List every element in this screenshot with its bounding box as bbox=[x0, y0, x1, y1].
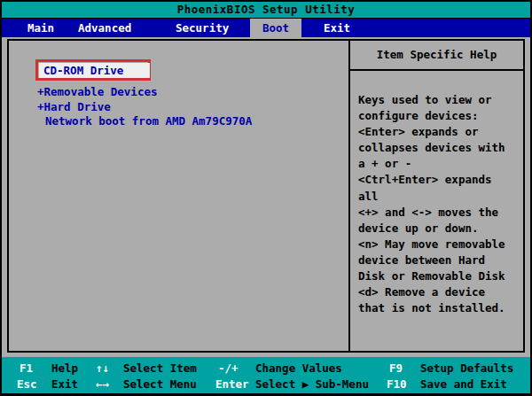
boot-device-list-panel: CD-ROM Drive +Removable Devices +Hard Dr… bbox=[7, 39, 350, 353]
key-legend-bar: F1 Help ↑↓ Select Item -/+ Change Values… bbox=[2, 357, 530, 393]
help-panel-title: Item Specific Help bbox=[350, 41, 523, 71]
help-line: a + or - bbox=[358, 156, 520, 172]
legend-key-f9: F9 bbox=[389, 362, 403, 375]
main-area: CD-ROM Drive +Removable Devices +Hard Dr… bbox=[2, 37, 530, 357]
legend-key-esc: Esc bbox=[17, 378, 37, 391]
legend-desc-change-values: Change Values bbox=[255, 362, 342, 375]
legend-key-enter: Enter bbox=[215, 378, 249, 391]
boot-item-cdrom-drive[interactable]: CD-ROM Drive bbox=[39, 63, 150, 78]
help-line: Disk or Removable Disk bbox=[358, 268, 520, 284]
legend-desc-setup-defaults: Setup Defaults bbox=[420, 362, 513, 375]
legend-key-minus-plus: -/+ bbox=[218, 362, 239, 375]
legend-key-leftright-icon: ←→ bbox=[96, 378, 109, 391]
legend-desc-exit: Exit bbox=[51, 378, 78, 391]
legend-desc-help: Help bbox=[51, 362, 78, 375]
help-line: <n> May move removable bbox=[358, 237, 520, 252]
menu-bar: Main Advanced Security Boot Exit bbox=[2, 19, 530, 37]
help-line: that is not installed. bbox=[358, 300, 520, 316]
help-line: <Enter> expands or bbox=[358, 124, 520, 140]
title-bar: PhoenixBIOS Setup Utility bbox=[2, 2, 530, 18]
help-line: configure devices: bbox=[358, 108, 520, 124]
help-line: Keys used to view or bbox=[358, 92, 520, 108]
menu-item-security[interactable]: Security bbox=[176, 19, 229, 37]
menu-item-advanced[interactable]: Advanced bbox=[78, 19, 131, 37]
legend-key-f10: F10 bbox=[387, 378, 407, 391]
legend-desc-select-submenu: Select ▶ Sub-Menu bbox=[255, 378, 369, 391]
app-title: PhoenixBIOS Setup Utility bbox=[177, 3, 356, 16]
menu-item-boot[interactable]: Boot bbox=[250, 19, 301, 37]
menu-item-main[interactable]: Main bbox=[27, 19, 54, 37]
help-line: collapses devices with bbox=[358, 140, 520, 156]
boot-item-network-boot[interactable]: Network boot from AMD Am79C970A bbox=[37, 113, 252, 128]
menu-item-exit[interactable]: Exit bbox=[324, 19, 350, 37]
boot-item-hard-drive[interactable]: +Hard Drive bbox=[37, 99, 111, 114]
boot-item-removable-devices[interactable]: +Removable Devices bbox=[37, 84, 157, 99]
help-line: device up or down. bbox=[358, 221, 520, 237]
help-line: all bbox=[358, 189, 520, 205]
help-line: <+> and <-> moves the bbox=[358, 205, 520, 221]
help-panel: Item Specific Help Keys used to view or … bbox=[348, 39, 525, 353]
help-line: <Ctrl+Enter> expands bbox=[358, 172, 520, 188]
help-line: device between Hard bbox=[358, 252, 520, 268]
legend-desc-select-item: Select Item bbox=[123, 362, 197, 375]
legend-key-f1: F1 bbox=[20, 362, 33, 375]
help-text: Keys used to view or configure devices: … bbox=[350, 71, 523, 316]
help-line: <d> Remove a device bbox=[358, 284, 520, 300]
bios-setup-screen: PhoenixBIOS Setup Utility Main Advanced … bbox=[0, 0, 532, 396]
legend-key-updown-icon: ↑↓ bbox=[96, 362, 109, 375]
legend-desc-save-and-exit: Save and Exit bbox=[420, 378, 507, 391]
legend-desc-select-menu: Select Menu bbox=[123, 378, 197, 391]
